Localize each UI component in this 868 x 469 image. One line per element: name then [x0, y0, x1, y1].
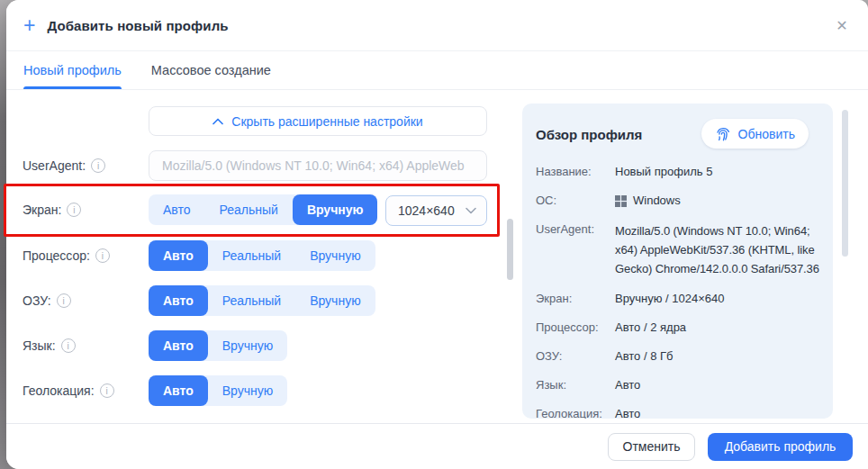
plus-icon	[23, 15, 35, 36]
modal-footer: Отменить Добавить профиль	[6, 423, 868, 469]
screen-mode-segment: Авто Реальный Вручную	[149, 194, 377, 225]
cancel-button[interactable]: Отменить	[608, 433, 695, 461]
tab-new-profile[interactable]: Новый профиль	[23, 51, 122, 89]
screen-resolution-value: 1024×640	[398, 203, 455, 218]
info-icon[interactable]	[100, 383, 114, 398]
cpu-option-real[interactable]: Реальный	[208, 240, 295, 271]
geolocation-option-manual[interactable]: Вручную	[208, 375, 288, 406]
info-icon[interactable]	[91, 158, 105, 173]
info-icon[interactable]	[95, 248, 110, 263]
ram-option-manual[interactable]: Вручную	[295, 285, 375, 316]
fingerprint-icon	[715, 126, 731, 142]
info-icon[interactable]	[57, 293, 71, 308]
overview-scrollbar-thumb[interactable]	[842, 110, 848, 257]
useragent-input[interactable]	[149, 150, 487, 181]
cpu-option-auto[interactable]: Авто	[149, 240, 208, 271]
geolocation-label: Геолокация:	[23, 383, 149, 398]
overview-row-language: Язык: Авто	[536, 377, 820, 393]
language-option-auto[interactable]: Авто	[149, 330, 208, 361]
profile-overview-panel: Обзор профиля Обновить Название: Новый п…	[522, 104, 833, 419]
overview-row-name: Название: Новый профиль 5	[536, 164, 820, 180]
add-profile-modal: Добавить новый профиль Новый профиль Мас…	[6, 0, 868, 469]
overview-row-ram: ОЗУ: Авто / 8 Гб	[536, 348, 820, 365]
language-mode-segment: Авто Вручную	[149, 330, 287, 361]
overview-title: Обзор профиля	[536, 127, 642, 142]
overview-row-screen: Экран: Вручную / 1024×640	[536, 291, 820, 307]
geolocation-row: Геолокация: Авто Вручную	[23, 375, 509, 406]
language-label: Язык:	[23, 338, 149, 353]
add-profile-button[interactable]: Добавить профиль	[708, 433, 853, 461]
hide-advanced-settings-label: Скрыть расширенные настройки	[231, 114, 422, 129]
close-icon[interactable]	[833, 16, 851, 34]
cpu-option-manual[interactable]: Вручную	[295, 240, 375, 271]
tab-bar: Новый профиль Массовое создание	[6, 51, 868, 90]
screen-option-real[interactable]: Реальный	[205, 194, 293, 225]
info-icon[interactable]	[67, 203, 81, 217]
hide-advanced-settings-button[interactable]: Скрыть расширенные настройки	[149, 106, 487, 136]
ram-mode-segment: Авто Реальный Вручную	[149, 285, 375, 316]
useragent-label: UserAgent:	[23, 158, 149, 173]
overview-row-geolocation: Геолокация: Авто	[536, 406, 820, 419]
tab-bulk-create[interactable]: Массовое создание	[151, 51, 271, 89]
ram-option-real[interactable]: Реальный	[208, 285, 295, 316]
geolocation-mode-segment: Авто Вручную	[149, 375, 287, 406]
screen-resolution-select[interactable]: 1024×640	[385, 195, 487, 226]
refresh-fingerprint-button[interactable]: Обновить	[701, 119, 809, 149]
language-option-manual[interactable]: Вручную	[208, 330, 288, 361]
screen-option-manual[interactable]: Вручную	[293, 194, 378, 225]
chevron-up-icon	[212, 118, 223, 125]
modal-title: Добавить новый профиль	[47, 18, 228, 33]
modal-header: Добавить новый профиль	[6, 0, 868, 51]
screen-label: Экран:	[23, 203, 149, 217]
screen-option-auto[interactable]: Авто	[149, 194, 205, 225]
language-row: Язык: Авто Вручную	[23, 330, 509, 361]
overview-row-useragent: UserAgent: Mozilla/5.0 (Windows NT 10.0;…	[536, 221, 820, 278]
refresh-button-label: Обновить	[738, 127, 795, 141]
chevron-down-icon	[466, 207, 476, 214]
ram-label: ОЗУ:	[23, 293, 149, 308]
cpu-row: Процессор: Авто Реальный Вручную	[23, 240, 509, 271]
info-icon[interactable]	[61, 338, 76, 353]
useragent-row: UserAgent:	[23, 150, 509, 181]
cpu-mode-segment: Авто Реальный Вручную	[149, 240, 375, 271]
geolocation-option-auto[interactable]: Авто	[149, 375, 208, 406]
form-scrollbar-thumb[interactable]	[507, 219, 513, 280]
cpu-label: Процессор:	[23, 248, 149, 263]
ram-row: ОЗУ: Авто Реальный Вручную	[23, 285, 509, 316]
overview-row-os: ОС: Windows	[536, 193, 820, 209]
overview-header: Обзор профиля Обновить	[536, 119, 820, 164]
ram-option-auto[interactable]: Авто	[149, 285, 208, 316]
overview-row-cpu: Процессор: Авто / 2 ядра	[536, 320, 820, 336]
windows-icon	[615, 195, 627, 207]
